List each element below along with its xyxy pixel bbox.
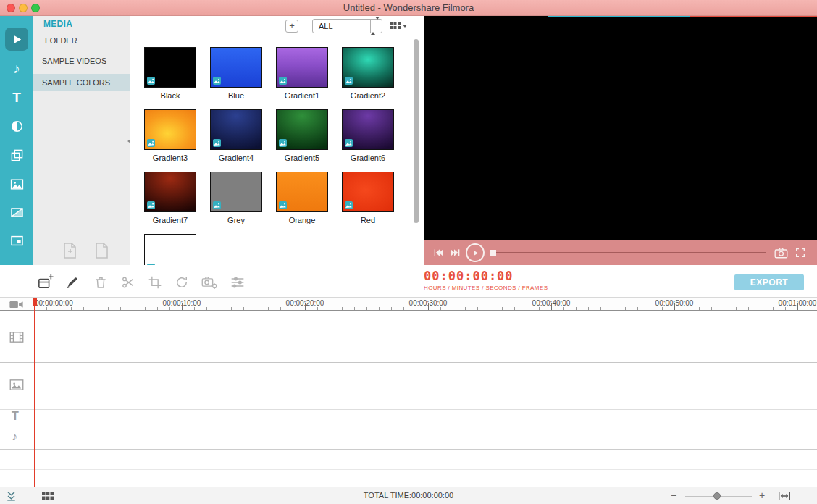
- advanced-settings-icon[interactable]: [229, 274, 246, 291]
- library-item[interactable]: [138, 234, 203, 265]
- delete-icon[interactable]: [92, 274, 109, 291]
- audio-icon: ♪: [13, 62, 20, 75]
- play-button[interactable]: [466, 243, 485, 262]
- split-icon[interactable]: [120, 274, 137, 291]
- add-to-timeline-icon[interactable]: [37, 274, 54, 291]
- library-item[interactable]: Black: [138, 47, 203, 100]
- color-thumbnail[interactable]: [342, 172, 394, 212]
- dropdown-stepper-icon: [370, 20, 382, 33]
- elements-icon: [10, 177, 24, 191]
- video-track-filmstrip-icon: [9, 331, 24, 343]
- color-thumbnail[interactable]: [342, 109, 394, 150]
- media-item-sample-colors[interactable]: SAMPLE COLORS: [33, 74, 130, 91]
- sidebar-item-media[interactable]: [5, 28, 28, 51]
- filter-dropdown[interactable]: ALL: [312, 19, 382, 33]
- library-item[interactable]: Gradient1: [269, 47, 335, 100]
- sample-colors-library: + ALL Black Blue Gradient1: [130, 16, 424, 265]
- sidebar-item-transitions[interactable]: [5, 114, 28, 138]
- play-icon: [472, 249, 479, 257]
- image-badge-icon: [279, 77, 287, 85]
- sidebar-item-audio[interactable]: ♪: [5, 56, 28, 80]
- add-media-button[interactable]: +: [285, 20, 298, 33]
- image-badge-icon: [345, 201, 353, 209]
- sidebar-item-elements[interactable]: [5, 172, 28, 196]
- color-label: Gradient6: [335, 154, 401, 162]
- next-frame-icon[interactable]: [450, 247, 461, 259]
- sidebar-item-filters[interactable]: [5, 143, 28, 167]
- color-thumbnail[interactable]: [144, 109, 196, 150]
- media-item-sample-videos[interactable]: SAMPLE VIDEOS: [33, 52, 130, 70]
- library-item[interactable]: Gradient4: [204, 109, 269, 162]
- image-badge-icon: [147, 201, 155, 209]
- timeline[interactable]: T ♪: [0, 311, 817, 487]
- video-track-icon: [9, 300, 23, 309]
- library-item[interactable]: Gradient6: [335, 109, 401, 162]
- pip-icon: [10, 234, 24, 248]
- playback-control-bar: [424, 240, 817, 265]
- zoom-to-fit-icon[interactable]: [778, 492, 791, 500]
- add-folder-icon[interactable]: [94, 242, 110, 259]
- image-badge-icon: [213, 139, 221, 147]
- track-divider: [0, 362, 817, 363]
- audio-track-icon: ♪: [12, 431, 17, 442]
- color-thumbnail[interactable]: [276, 47, 328, 88]
- color-thumbnail[interactable]: [342, 47, 394, 88]
- color-thumbnail[interactable]: [144, 234, 196, 265]
- library-item[interactable]: Orange: [269, 172, 335, 224]
- color-thumbnail[interactable]: [144, 47, 196, 88]
- track-divider: [0, 409, 817, 410]
- accent-strip-red: [690, 16, 817, 17]
- sidebar-item-text[interactable]: T: [5, 85, 28, 109]
- library-item[interactable]: Blue: [204, 47, 269, 100]
- sidebar-item-split-screen[interactable]: [5, 201, 28, 224]
- track-header-column: T ♪: [0, 311, 33, 487]
- media-panel: MEDIA FOLDER SAMPLE VIDEOS SAMPLE COLORS: [33, 16, 130, 265]
- color-label: Red: [335, 216, 401, 224]
- image-badge-icon: [147, 139, 155, 147]
- add-file-icon[interactable]: [62, 242, 78, 259]
- color-label: Gradient5: [269, 154, 335, 162]
- record-voiceover-icon[interactable]: [64, 274, 81, 291]
- library-scrollbar[interactable]: [414, 39, 419, 223]
- timecode-caption: HOURS / MINUTES / SECONDS / FRAMES: [424, 285, 548, 291]
- color-thumbnail[interactable]: [210, 47, 262, 88]
- library-item[interactable]: Grey: [204, 172, 269, 224]
- image-badge-icon: [147, 77, 155, 85]
- media-panel-title: MEDIA: [43, 19, 72, 29]
- color-label: Gradient1: [269, 91, 335, 100]
- library-item[interactable]: Gradient7: [138, 172, 203, 224]
- color-thumbnail[interactable]: [144, 172, 196, 212]
- filter-value: ALL: [319, 20, 333, 33]
- media-item-folder[interactable]: FOLDER: [33, 32, 130, 49]
- edit-toolbar: 00:00:00:00 HOURS / MINUTES / SECONDS / …: [0, 265, 817, 297]
- snapshot-camera-icon[interactable]: [774, 247, 788, 259]
- library-item[interactable]: Gradient2: [335, 47, 401, 100]
- zoom-out-button[interactable]: −: [671, 489, 676, 502]
- view-options-button[interactable]: [390, 21, 408, 31]
- zoom-slider-handle[interactable]: [713, 492, 721, 500]
- color-thumbnail[interactable]: [276, 109, 328, 150]
- fullscreen-icon[interactable]: [795, 247, 806, 259]
- previous-frame-icon[interactable]: [432, 247, 444, 259]
- library-item[interactable]: Gradient3: [138, 109, 203, 162]
- color-thumbnail[interactable]: [210, 172, 262, 212]
- track-divider: [0, 429, 817, 429]
- pip-track-icon: [9, 379, 24, 391]
- preview-pane: [424, 16, 817, 265]
- library-item[interactable]: Gradient5: [269, 109, 335, 162]
- crop-icon[interactable]: [146, 274, 164, 291]
- sidebar-item-pip[interactable]: [5, 229, 28, 252]
- timeline-ruler[interactable]: 00:00:00:00 00:00:10:00 00:00:20:00 00:0…: [0, 297, 817, 311]
- library-item[interactable]: Red: [335, 172, 401, 224]
- color-thumbnail[interactable]: [210, 109, 262, 150]
- snapshot-icon[interactable]: [201, 274, 218, 291]
- color-thumbnail[interactable]: [276, 172, 328, 212]
- playback-slider-track[interactable]: [496, 252, 766, 253]
- window-title: Untitled - Wondershare Filmora: [0, 0, 817, 16]
- playback-slider-handle[interactable]: [490, 250, 496, 256]
- media-icon: [11, 33, 23, 46]
- rotate-icon[interactable]: [173, 274, 190, 291]
- grid-view-icon: [390, 22, 401, 30]
- export-button[interactable]: EXPORT: [734, 274, 804, 290]
- zoom-in-button[interactable]: +: [759, 489, 765, 502]
